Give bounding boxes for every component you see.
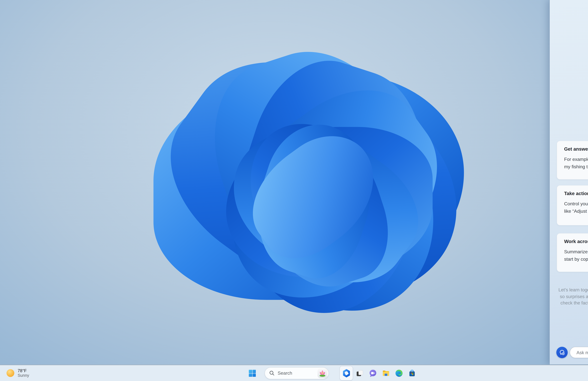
feature-card-documents: Work across documents Summarize and comp…: [557, 233, 588, 272]
card-body: Control your Windows environment with ac…: [564, 200, 588, 215]
screen: Copilot Get answers to complex questions…: [0, 0, 588, 381]
taskbar-app-store[interactable]: [405, 366, 419, 380]
card-body: For example, you could ask “Help me plan…: [564, 156, 588, 170]
sun-icon: [6, 369, 15, 377]
search-icon: [269, 370, 275, 376]
new-chat-icon[interactable]: [556, 347, 568, 358]
task-view-icon: [356, 369, 364, 378]
ai-disclaimer: Let’s learn together. Windows copilot is…: [556, 287, 588, 313]
card-title: Work across documents: [564, 239, 588, 244]
windows-logo-icon: [248, 369, 256, 378]
disclaimer-text: Let’s learn together. Windows copilot is…: [559, 287, 588, 305]
feature-card-actions: Take actions on your PC Control your Win…: [557, 185, 588, 225]
card-body: Summarize and compose text from any app …: [564, 248, 588, 263]
weather-condition: Sunny: [18, 373, 29, 378]
edge-icon: [395, 369, 403, 378]
copilot-panel: Copilot Get answers to complex questions…: [549, 0, 588, 364]
copilot-taskbar-icon: [342, 369, 351, 378]
ask-me-anything-input[interactable]: [570, 347, 588, 358]
weather-temp: 78°F: [18, 368, 29, 373]
copilot-input-row: [550, 346, 588, 359]
taskbar-app-edge[interactable]: [392, 366, 405, 380]
store-icon: [408, 369, 416, 378]
desktop-wallpaper: [0, 0, 588, 381]
file-explorer-icon: [382, 369, 390, 378]
taskbar-app-task-view[interactable]: [353, 366, 366, 380]
panel-title: Copilot: [550, 107, 588, 119]
search-label: Search: [278, 370, 317, 376]
taskbar-app-copilot[interactable]: [340, 366, 353, 380]
start-button[interactable]: [248, 369, 257, 378]
taskbar: 78°F Sunny Search: [0, 365, 588, 381]
search-input[interactable]: Search: [265, 367, 329, 379]
taskbar-app-file-explorer[interactable]: [379, 366, 392, 380]
weather-widget[interactable]: 78°F Sunny: [4, 366, 31, 380]
taskbar-app-chat[interactable]: [366, 366, 379, 380]
feature-card-answers: Get answers to complex questions For exa…: [557, 141, 588, 180]
card-title: Get answers to complex questions: [564, 147, 588, 152]
chat-icon: [369, 369, 377, 378]
card-title: Take actions on your PC: [564, 191, 588, 196]
lotus-image: [317, 368, 327, 378]
